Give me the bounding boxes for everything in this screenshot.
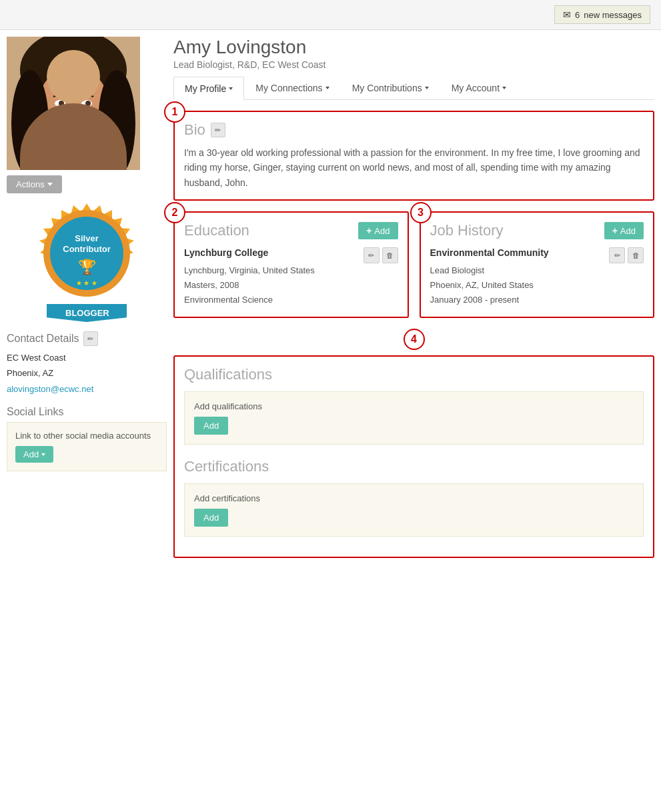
- qual-cert-section: Qualifications Add qualifications Add Ce…: [173, 355, 654, 558]
- certifications-box: Add certifications Add: [184, 483, 644, 537]
- job-history-section: 3 Job History + Add Environmental Commun…: [420, 211, 655, 318]
- step-4-container: 4: [173, 329, 654, 350]
- step-1-circle: 1: [164, 101, 185, 123]
- job-dates: January 2008 - present: [430, 293, 644, 307]
- profile-header: Amy Lovingston Lead Biologist, R&D, EC W…: [173, 37, 654, 70]
- bio-text: I'm a 30-year old working professional w…: [184, 145, 644, 190]
- actions-caret-icon: [47, 183, 53, 186]
- badge-svg: Silver Contributor 🏆 ★ ★ ★: [33, 200, 140, 307]
- add-certifications-button[interactable]: Add: [194, 509, 228, 527]
- bio-edit-button[interactable]: ✏: [211, 123, 225, 137]
- svg-point-7: [59, 101, 64, 106]
- svg-point-2: [37, 67, 110, 153]
- step-3-circle: 3: [410, 202, 432, 223]
- add-social-caret: [41, 453, 45, 456]
- badge-container: Silver Contributor 🏆 ★ ★ ★ BLOGGER: [7, 200, 167, 322]
- contributions-tab-caret: [425, 87, 429, 89]
- left-sidebar: Actions Silver Contributor 🏆: [7, 37, 167, 569]
- job-role: Lead Biologist: [430, 263, 644, 278]
- tab-my-contributions[interactable]: My Contributions: [341, 77, 440, 99]
- account-tab-caret: [502, 87, 506, 89]
- profile-title: Lead Biologist, R&D, EC West Coast: [173, 59, 654, 70]
- add-qualifications-button[interactable]: Add: [194, 417, 228, 435]
- badge-role: BLOGGER: [65, 308, 109, 318]
- certifications-title: Certifications: [184, 458, 644, 475]
- svg-text:Contributor: Contributor: [63, 244, 110, 254]
- profile-photo: [7, 37, 140, 170]
- contact-email[interactable]: alovingston@ecwc.net: [7, 384, 93, 394]
- social-links-text: Link to other social media accounts: [15, 431, 158, 441]
- profile-name: Amy Lovingston: [173, 37, 654, 58]
- tab-my-profile[interactable]: My Profile: [173, 77, 244, 100]
- step-4-circle: 4: [404, 329, 425, 350]
- job-history-title: Job History + Add: [430, 222, 644, 239]
- edu-edit-button[interactable]: ✏: [364, 247, 380, 263]
- certifications-subsection: Certifications Add certifications Add: [184, 458, 644, 537]
- actions-button[interactable]: Actions: [7, 175, 62, 193]
- qual-add-label: Add qualifications: [194, 401, 634, 411]
- social-links-title: Social Links: [7, 406, 167, 418]
- profile-photo-svg: [7, 37, 140, 170]
- svg-point-8: [85, 101, 91, 106]
- job-location: Phoenix, AZ, United States: [430, 278, 644, 293]
- top-bar: ✉ 6 new messages: [0, 0, 661, 30]
- svg-text:🏆: 🏆: [78, 258, 97, 276]
- bio-title: Bio ✏: [184, 121, 644, 139]
- education-section: 2 Education + Add Lynchburg College ✏ 🗑: [173, 211, 409, 318]
- step-2-circle: 2: [164, 202, 185, 223]
- add-education-button[interactable]: + Add: [358, 222, 398, 239]
- qualifications-box: Add qualifications Add: [184, 391, 644, 445]
- education-item: Lynchburg College ✏ 🗑 Lynchburg, Virgini…: [184, 247, 398, 307]
- nav-tabs: My Profile My Connections My Contributio…: [173, 77, 654, 100]
- social-links-box: Link to other social media accounts Add: [7, 422, 167, 471]
- actions-label: Actions: [16, 179, 45, 189]
- message-count: 6: [575, 10, 580, 20]
- contact-details: EC West Coast Phoenix, AZ alovingston@ec…: [7, 350, 167, 397]
- edu-school: Lynchburg College: [184, 247, 268, 258]
- svg-text:Silver: Silver: [75, 233, 98, 243]
- edu-item-actions: ✏ 🗑: [364, 247, 398, 263]
- edu-delete-button[interactable]: 🗑: [382, 247, 398, 263]
- right-content: Amy Lovingston Lead Biologist, R&D, EC W…: [173, 37, 654, 569]
- edu-job-row: 2 Education + Add Lynchburg College ✏ 🗑: [173, 211, 654, 318]
- contact-org: EC West Coast: [7, 350, 167, 365]
- svg-rect-9: [63, 150, 83, 170]
- tab-my-connections[interactable]: My Connections: [244, 77, 340, 99]
- message-label: new messages: [584, 10, 642, 20]
- add-social-button[interactable]: Add: [15, 446, 53, 463]
- edu-location: Lynchburg, Virginia, United States: [184, 263, 398, 278]
- add-job-button[interactable]: + Add: [604, 222, 644, 239]
- job-company: Environmental Community: [430, 247, 549, 258]
- edu-degree: Masters, 2008: [184, 278, 398, 293]
- contact-edit-icon[interactable]: ✏: [83, 331, 98, 346]
- profile-tab-caret: [229, 87, 233, 90]
- main-layout: Actions Silver Contributor 🏆: [0, 30, 661, 575]
- tab-my-account[interactable]: My Account: [440, 77, 518, 99]
- connections-tab-caret: [325, 87, 329, 89]
- contact-details-title: Contact Details ✏: [7, 331, 167, 346]
- education-title: Education + Add: [184, 222, 398, 239]
- bio-section: 1 Bio ✏ I'm a 30-year old working profes…: [173, 111, 654, 201]
- job-history-item: Environmental Community ✏ 🗑 Lead Biologi…: [430, 247, 644, 307]
- edu-field: Environmental Science: [184, 293, 398, 307]
- qualifications-title: Qualifications: [184, 366, 644, 383]
- svg-text:★ ★ ★: ★ ★ ★: [76, 279, 98, 287]
- job-edit-button[interactable]: ✏: [609, 247, 625, 263]
- contact-city: Phoenix, AZ: [7, 365, 167, 381]
- job-item-actions: ✏ 🗑: [609, 247, 644, 263]
- message-badge[interactable]: ✉ 6 new messages: [554, 5, 650, 24]
- mail-icon: ✉: [563, 9, 571, 20]
- job-delete-button[interactable]: 🗑: [628, 247, 644, 263]
- cert-add-label: Add certifications: [194, 493, 634, 503]
